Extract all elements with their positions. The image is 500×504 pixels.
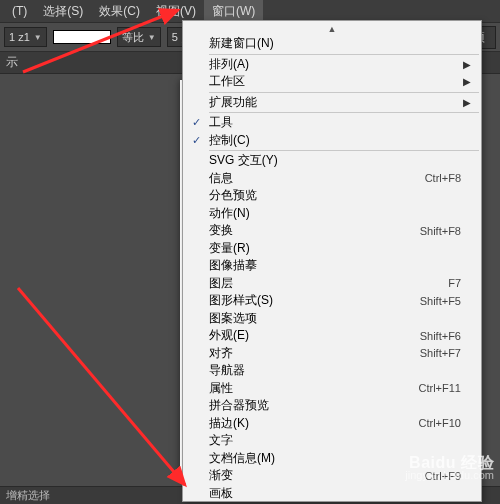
menu-item-label: 图层 <box>209 275 436 292</box>
menu-item-label: SVG 交互(Y) <box>209 152 461 169</box>
menu-shortcut: Shift+F5 <box>408 295 461 307</box>
menu-item[interactable]: 分色预览 <box>183 187 481 205</box>
submenu-arrow-icon: ▶ <box>461 76 471 87</box>
menu-item[interactable]: 图像描摹 <box>183 257 481 275</box>
menu-item-label: 描边(K) <box>209 415 407 432</box>
menu-shortcut: Ctrl+F8 <box>413 172 461 184</box>
menu-item-label: 外观(E) <box>209 327 408 344</box>
submenu-arrow-icon: ▶ <box>461 97 471 108</box>
menu-item-label: 图形样式(S) <box>209 292 408 309</box>
menu-item-label: 拼合器预览 <box>209 397 461 414</box>
menu-item-label: 导航器 <box>209 362 461 379</box>
menu-item[interactable]: 排列(A)▶ <box>183 56 481 74</box>
menu-item[interactable]: 文档信息(M) <box>183 450 481 468</box>
menu-item[interactable]: 扩展功能▶ <box>183 94 481 112</box>
menu-item-label: 动作(N) <box>209 205 461 222</box>
menu-item[interactable]: 图案选项 <box>183 310 481 328</box>
menu-item[interactable]: 工作区▶ <box>183 73 481 91</box>
menu-item-effect[interactable]: 效果(C) <box>91 0 148 23</box>
menu-item-label: 图像描摹 <box>209 257 461 274</box>
menu-item-label: 属性 <box>209 380 407 397</box>
menubar: (T) 选择(S) 效果(C) 视图(V) 窗口(W) <box>0 0 500 22</box>
menu-item[interactable]: 变换Shift+F8 <box>183 222 481 240</box>
menu-item-label: 控制(C) <box>209 132 461 149</box>
menu-item[interactable]: 属性Ctrl+F11 <box>183 380 481 398</box>
check-icon: ✓ <box>183 134 209 147</box>
menu-shortcut: Shift+F7 <box>408 347 461 359</box>
stroke-width-dropdown[interactable]: 1 z1 ▼ <box>4 27 47 47</box>
menu-item[interactable]: 拼合器预览 <box>183 397 481 415</box>
menu-item-label: 文档信息(M) <box>209 450 461 467</box>
scale-value: 等比 <box>122 30 144 45</box>
menu-shortcut: F7 <box>436 277 461 289</box>
menu-separator <box>209 92 479 93</box>
menu-item[interactable]: 导航器 <box>183 362 481 380</box>
menu-item[interactable]: 文字 <box>183 432 481 450</box>
menu-separator <box>209 150 479 151</box>
scale-dropdown[interactable]: 等比 ▼ <box>117 27 161 47</box>
stroke-width-value: 1 z1 <box>9 31 30 43</box>
menu-item-label: 图案选项 <box>209 310 461 327</box>
menu-item-label: 文字 <box>209 432 461 449</box>
menu-item[interactable]: 画板 <box>183 485 481 503</box>
menu-item-label: 排列(A) <box>209 56 461 73</box>
menu-item[interactable]: 外观(E)Shift+F6 <box>183 327 481 345</box>
menu-item-select[interactable]: 选择(S) <box>35 0 91 23</box>
menu-item-label: 渐变 <box>209 467 413 484</box>
chevron-down-icon: ▼ <box>34 33 42 42</box>
menu-shortcut: Ctrl+F10 <box>407 417 462 429</box>
menu-item[interactable]: ✓控制(C) <box>183 132 481 150</box>
menu-shortcut: Shift+F8 <box>408 225 461 237</box>
menu-item-label: 扩展功能 <box>209 94 461 111</box>
menu-item-label: 变量(R) <box>209 240 461 257</box>
menu-item[interactable]: 描边(K)Ctrl+F10 <box>183 415 481 433</box>
menu-item-label: 信息 <box>209 170 413 187</box>
menu-item[interactable]: ✓工具 <box>183 114 481 132</box>
menu-item-t[interactable]: (T) <box>4 1 35 21</box>
menu-item-label: 画板 <box>209 485 461 502</box>
window-menu-dropdown: ▲ 新建窗口(N)排列(A)▶工作区▶扩展功能▶✓工具✓控制(C)SVG 交互(… <box>182 20 482 502</box>
menu-item[interactable]: SVG 交互(Y) <box>183 152 481 170</box>
menu-item-label: 分色预览 <box>209 187 461 204</box>
chevron-down-icon: ▼ <box>148 33 156 42</box>
menu-item[interactable]: 对齐Shift+F7 <box>183 345 481 363</box>
stroke-style-swatch[interactable] <box>53 30 111 44</box>
status-label: 增精选择 <box>6 488 50 503</box>
menu-shortcut: Shift+F6 <box>408 330 461 342</box>
document-tab[interactable]: 示 <box>6 54 18 71</box>
menu-item[interactable]: 渐变Ctrl+F9 <box>183 467 481 485</box>
menu-item-label: 新建窗口(N) <box>209 35 461 52</box>
menu-item[interactable]: 图形样式(S)Shift+F5 <box>183 292 481 310</box>
submenu-arrow-icon: ▶ <box>461 59 471 70</box>
menu-shortcut: Ctrl+F11 <box>407 382 462 394</box>
menu-item-label: 工作区 <box>209 73 461 90</box>
menu-item-label: 工具 <box>209 114 461 131</box>
menu-item[interactable]: 动作(N) <box>183 205 481 223</box>
menu-item[interactable]: 变量(R) <box>183 240 481 258</box>
menu-item[interactable]: 图层F7 <box>183 275 481 293</box>
check-icon: ✓ <box>183 116 209 129</box>
menu-scroll-up[interactable]: ▲ <box>183 23 481 35</box>
menu-separator <box>209 112 479 113</box>
menu-separator <box>209 54 479 55</box>
menu-item[interactable]: 信息Ctrl+F8 <box>183 170 481 188</box>
menu-item-label: 对齐 <box>209 345 408 362</box>
menu-item[interactable]: 新建窗口(N) <box>183 35 481 53</box>
menu-item-label: 变换 <box>209 222 408 239</box>
menu-shortcut: Ctrl+F9 <box>413 470 461 482</box>
